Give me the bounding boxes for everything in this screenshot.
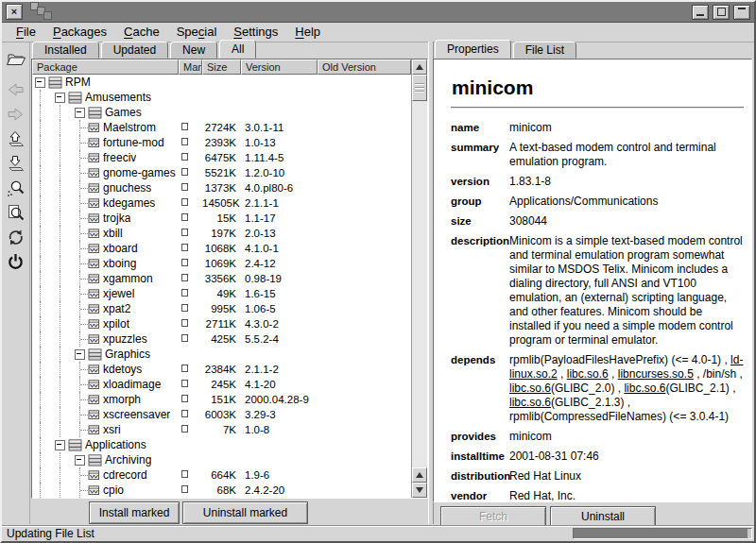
unmarked-checkbox[interactable] — [181, 153, 188, 161]
refresh-icon[interactable] — [4, 226, 28, 248]
inspect-magnifier-icon[interactable] — [4, 201, 28, 224]
tree-row[interactable]: xpat2995K1.06-5 — [32, 301, 411, 316]
unmarked-checkbox[interactable] — [181, 410, 188, 417]
column-header-mark[interactable]: Mark — [179, 59, 202, 75]
tree-row[interactable]: xboing1069K2.4-12 — [32, 256, 411, 271]
find-new-magnifier-icon[interactable] — [4, 177, 28, 199]
menu-item-file[interactable]: File — [8, 24, 44, 41]
scroll-down-icon[interactable] — [412, 483, 427, 498]
tab-all[interactable]: All — [219, 40, 256, 59]
tree-row[interactable]: fortune-mod2393K1.0-13 — [32, 135, 411, 150]
unmarked-checkbox[interactable] — [181, 380, 188, 387]
unmarked-checkbox[interactable] — [181, 319, 188, 327]
tree-row[interactable]: xjewel49K1.6-15 — [32, 286, 411, 301]
tree-row[interactable]: xsri7K1.0-8 — [32, 422, 411, 437]
tree-row[interactable]: xscreensaver6003K3.29-3 — [32, 407, 411, 422]
unmarked-checkbox[interactable] — [181, 259, 188, 266]
tree-row[interactable]: xpuzzles425K5.5.2-4 — [32, 331, 411, 347]
unmarked-checkbox[interactable] — [181, 485, 188, 493]
tree-row[interactable]: cdrecord664K1.9-6 — [32, 467, 411, 483]
tree-row[interactable]: xboard1068K4.1.0-1 — [32, 241, 411, 256]
arrow-right-icon[interactable] — [4, 103, 28, 126]
dependency-link[interactable]: libc.so.6 — [509, 382, 551, 395]
tree-row[interactable]: RPM — [32, 75, 411, 90]
column-header-version[interactable]: Version — [241, 59, 318, 75]
minimize-icon[interactable] — [692, 5, 709, 20]
unmarked-checkbox[interactable] — [181, 365, 188, 372]
tree-row[interactable]: xgammon3356K0.98-19 — [32, 271, 411, 286]
tree-row[interactable]: xpilot2711K4.3.0-2 — [32, 316, 411, 331]
tab-installed[interactable]: Installed — [32, 42, 99, 59]
dependency-link[interactable]: libc.so.6 — [624, 382, 665, 395]
unmarked-checkbox[interactable] — [181, 289, 188, 297]
scrollbar-track[interactable] — [412, 101, 427, 467]
scroll-up2-icon[interactable] — [412, 467, 427, 483]
tree-row[interactable]: Graphics — [32, 347, 411, 362]
menu-item-packages[interactable]: Packages — [44, 24, 115, 41]
column-header-size[interactable]: Size — [202, 59, 241, 75]
open-folder-icon[interactable] — [4, 46, 28, 69]
tree-row[interactable]: xmorph151K2000.04.28-9 — [32, 392, 411, 407]
fetch-button[interactable]: Fetch — [440, 506, 546, 527]
install-marked-button[interactable]: Install marked — [89, 501, 180, 524]
column-header-package[interactable]: Package — [32, 59, 179, 75]
tree-row[interactable]: Amusements — [32, 90, 411, 105]
unmarked-checkbox[interactable] — [181, 425, 188, 433]
mark-uninstall-down-icon[interactable] — [4, 152, 28, 175]
tree-row[interactable]: freeciv6475K1.11.4-5 — [32, 150, 411, 165]
tree-row[interactable]: kdegames14505K2.1.1-1 — [32, 195, 411, 211]
dependency-link[interactable]: libc.so.6 — [509, 396, 551, 409]
menu-item-cache[interactable]: Cache — [115, 24, 168, 41]
unmarked-checkbox[interactable] — [181, 274, 188, 281]
titlebar[interactable]: × — [2, 2, 754, 23]
tree-row[interactable]: kdetoys2384K2.1.1-2 — [32, 362, 411, 377]
unmarked-checkbox[interactable] — [181, 213, 188, 221]
unmarked-checkbox[interactable] — [181, 138, 188, 145]
tree-row[interactable]: Maelstrom2724K3.0.1-11 — [32, 120, 411, 135]
uninstall-button[interactable]: Uninstall — [550, 506, 656, 527]
unmarked-checkbox[interactable] — [181, 183, 188, 191]
tree-row[interactable]: trojka15K1.1-17 — [32, 211, 411, 226]
tree-scrollbar[interactable] — [411, 59, 427, 498]
tab-updated[interactable]: Updated — [101, 42, 168, 59]
dependency-link[interactable]: libc.so.6 — [567, 367, 609, 381]
tree-row[interactable]: gnome-games5521K1.2.0-10 — [32, 165, 411, 180]
unmarked-checkbox[interactable] — [181, 198, 188, 206]
tab-file-list[interactable]: File List — [513, 42, 576, 59]
scrollbar-thumb[interactable] — [412, 75, 427, 101]
dependency-link[interactable]: libncurses.so.5 — [618, 367, 694, 381]
unmarked-checkbox[interactable] — [181, 168, 188, 176]
menu-item-special[interactable]: Special — [168, 24, 226, 41]
unmarked-checkbox[interactable] — [181, 229, 188, 236]
expander-icon[interactable] — [35, 77, 45, 88]
tree-row[interactable]: xbill197K2.0-13 — [32, 226, 411, 241]
menu-item-settings[interactable]: Settings — [225, 24, 286, 41]
shade-icon[interactable] — [733, 5, 750, 20]
tree-row[interactable]: Games — [32, 105, 411, 120]
uninstall-marked-button[interactable]: Uninstall marked — [182, 501, 308, 524]
unmarked-checkbox[interactable] — [181, 395, 188, 402]
expander-icon[interactable] — [75, 455, 85, 466]
expander-icon[interactable] — [55, 93, 65, 103]
unmarked-checkbox[interactable] — [181, 334, 188, 342]
tree-row[interactable]: xloadimage245K4.1-20 — [32, 377, 411, 392]
close-icon[interactable]: × — [6, 4, 23, 20]
expander-icon[interactable] — [75, 108, 85, 118]
scroll-up-icon[interactable] — [412, 59, 427, 75]
tree-row[interactable]: gnuchess1373K4.0.pl80-6 — [32, 180, 411, 195]
unmarked-checkbox[interactable] — [181, 244, 188, 251]
tree-row[interactable]: Archiving — [32, 452, 411, 467]
mark-install-up-icon[interactable] — [4, 127, 28, 150]
power-quit-icon[interactable] — [4, 250, 28, 273]
tab-properties[interactable]: Properties — [435, 40, 511, 59]
expander-icon[interactable] — [75, 349, 85, 360]
tree-row[interactable]: cpio68K2.4.2-20 — [32, 483, 411, 498]
tab-new[interactable]: New — [170, 42, 217, 59]
arrow-left-icon[interactable] — [4, 78, 28, 101]
tree-row[interactable]: Applications — [32, 437, 411, 452]
maximize-icon[interactable] — [713, 5, 730, 20]
menu-item-help[interactable]: Help — [286, 24, 329, 41]
unmarked-checkbox[interactable] — [181, 123, 188, 130]
unmarked-checkbox[interactable] — [181, 304, 188, 312]
expander-icon[interactable] — [55, 440, 65, 450]
